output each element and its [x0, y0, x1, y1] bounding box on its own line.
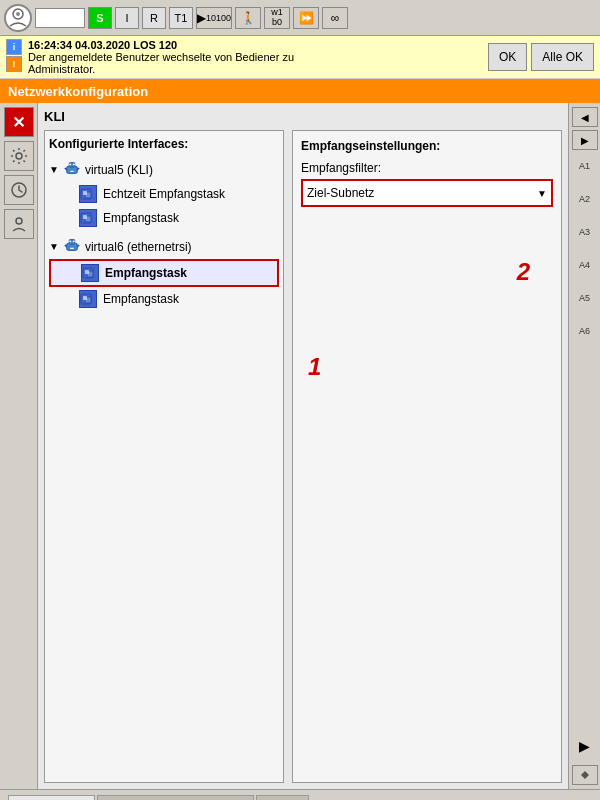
btn-t1[interactable]: T1 [169, 7, 193, 29]
content-area: KLI Konfigurierte Interfaces: ▼ [38, 103, 568, 789]
filter-label: Empfangsfilter: [301, 161, 553, 175]
notif-line1: 16:24:34 04.03.2020 LOS 120 [28, 39, 482, 51]
rsb-scroll-down[interactable]: ▶ [572, 130, 598, 150]
tree-item-1-2[interactable]: Empfangstask [49, 206, 279, 230]
btn-i[interactable]: I [115, 7, 139, 29]
btn-walk[interactable]: 🚶 [235, 7, 261, 29]
btn-r[interactable]: R [142, 7, 166, 29]
svg-point-4 [16, 218, 22, 224]
tree-group-2-header[interactable]: ▼ virtual6 (e [49, 234, 279, 259]
tree-panel: Konfigurierte Interfaces: ▼ [44, 130, 284, 783]
task-icon-1-2 [79, 209, 97, 227]
btn-s[interactable]: S [88, 7, 112, 29]
tree-group-2-label: virtual6 (ethernetrsi) [85, 240, 192, 254]
rsb-label-a5: A5 [579, 293, 590, 303]
svg-rect-17 [83, 215, 87, 219]
tab-benutzerdefinierte-filter[interactable]: Benutzerdefinierte Filter [97, 795, 254, 800]
tree-item-1-2-label: Empfangstask [103, 211, 179, 225]
tree-group-1-header[interactable]: ▼ virtual5 (K [49, 157, 279, 182]
btn-w1b0[interactable]: w1b0 [264, 7, 290, 29]
btn-play[interactable]: ▶10100 [196, 7, 232, 29]
rsb-play-button[interactable]: ▶ [579, 738, 590, 754]
toolbar-input[interactable]: 0 [35, 8, 85, 28]
notification-bar: i ! 16:24:34 04.03.2020 LOS 120 Der ange… [0, 36, 600, 79]
main-layout: ✕ KLI Konfigurierte Interfaces: [0, 103, 600, 789]
btn-inf[interactable]: ∞ [322, 7, 348, 29]
rsb-group-top: ◀ ▶ [572, 107, 598, 150]
task-icon-2-1 [81, 264, 99, 282]
robot-icon-1 [63, 159, 81, 180]
tree-item-1-1-label: Echtzeit Empfangstask [103, 187, 225, 201]
tree-arrow-1: ▼ [49, 164, 59, 175]
svg-point-1 [16, 12, 20, 16]
rsb-label-a1: A1 [579, 161, 590, 171]
rsb-scroll-up[interactable]: ◀ [572, 107, 598, 127]
left-sidebar: ✕ [0, 103, 38, 789]
top-toolbar: 0 S I R T1 ▶10100 🚶 w1b0 ⏩ ∞ [0, 0, 600, 36]
notif-content: 16:24:34 04.03.2020 LOS 120 Der angemeld… [28, 39, 482, 75]
svg-rect-27 [85, 270, 89, 274]
content-subtitle: KLI [44, 109, 562, 124]
svg-point-2 [16, 153, 22, 159]
notif-icons: i ! [6, 39, 22, 75]
filter-select-wrapper: Ziel-Subnetz Alle Keine ▼ [301, 179, 553, 207]
notif-line3: Administrator. [28, 63, 482, 75]
app-logo [4, 4, 32, 32]
btn-forward[interactable]: ⏩ [293, 7, 319, 29]
tree-group-2: ▼ virtual6 (e [49, 234, 279, 311]
clock-button[interactable] [4, 175, 34, 205]
title-bar: Netzwerkkonfiguration [0, 79, 600, 103]
tree-item-2-2[interactable]: Empfangstask [49, 287, 279, 311]
tree-item-1-1[interactable]: Echtzeit Empfangstask [49, 182, 279, 206]
window-title: Netzwerkkonfiguration [8, 84, 148, 99]
bottom-tabs: Interfaces Benutzerdefinierte Filter NAT [0, 789, 600, 800]
ok-button[interactable]: OK [488, 43, 527, 71]
svg-rect-14 [83, 191, 87, 195]
tree-group-1: ▼ virtual5 (K [49, 157, 279, 230]
rsb-footer-btn[interactable] [572, 765, 598, 785]
svg-point-8 [73, 164, 75, 166]
tree-arrow-2: ▼ [49, 241, 59, 252]
notif-icon-warn: ! [6, 56, 22, 72]
task-icon-2-2 [79, 290, 97, 308]
close-button[interactable]: ✕ [4, 107, 34, 137]
tree-item-2-1[interactable]: Empfangstask [49, 259, 279, 287]
rsb-label-a4: A4 [579, 260, 590, 270]
annotation-2: 2 [517, 258, 530, 286]
notif-icon-info: i [6, 39, 22, 55]
notif-line2: Der angemeldete Benutzer wechselte von B… [28, 51, 482, 63]
right-sidebar: ◀ ▶ A1 A2 A3 A4 A5 A6 ▶ [568, 103, 600, 789]
svg-rect-30 [83, 296, 87, 300]
tree-group-1-label: virtual5 (KLI) [85, 163, 153, 177]
svg-point-7 [69, 164, 71, 166]
robot-icon-2 [63, 236, 81, 257]
rsb-label-a2: A2 [579, 194, 590, 204]
left-panel-label: Konfigurierte Interfaces: [49, 137, 279, 151]
notif-buttons: OK Alle OK [488, 39, 594, 75]
filter-dropdown[interactable]: Ziel-Subnetz Alle Keine [301, 179, 553, 207]
task-icon-1-1 [79, 185, 97, 203]
svg-point-21 [73, 241, 75, 243]
tab-nat[interactable]: NAT [256, 795, 309, 800]
svg-rect-9 [70, 171, 74, 172]
gear-button[interactable] [4, 141, 34, 171]
rsb-label-a6: A6 [579, 326, 590, 336]
right-panel-label: Empfangseinstellungen: [301, 139, 553, 153]
person-button[interactable] [4, 209, 34, 239]
svg-rect-22 [70, 248, 74, 249]
svg-point-20 [69, 241, 71, 243]
alle-ok-button[interactable]: Alle OK [531, 43, 594, 71]
tab-interfaces[interactable]: Interfaces [8, 795, 95, 800]
tree-item-2-1-label: Empfangstask [105, 266, 187, 280]
rsb-label-a3: A3 [579, 227, 590, 237]
tree-item-2-2-label: Empfangstask [103, 292, 179, 306]
annotation-1: 1 [308, 353, 321, 381]
two-panels: Konfigurierte Interfaces: ▼ [44, 130, 562, 783]
settings-panel: Empfangseinstellungen: Empfangsfilter: Z… [292, 130, 562, 783]
